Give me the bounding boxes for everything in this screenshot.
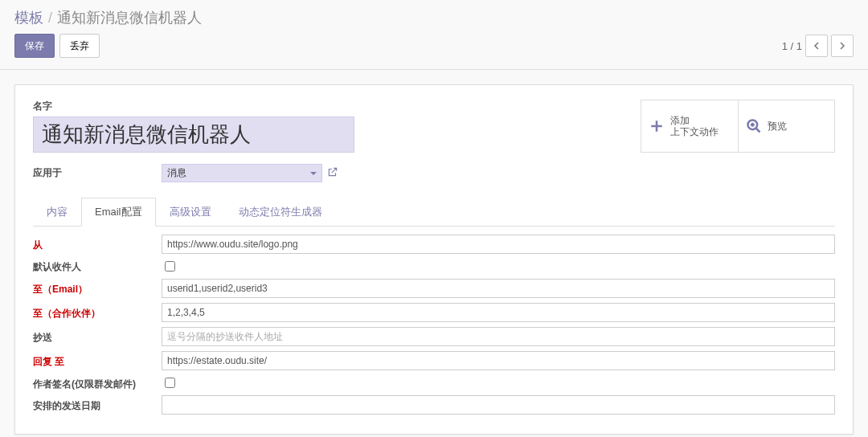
external-link-icon: [327, 166, 338, 178]
breadcrumb-root[interactable]: 模板: [14, 8, 43, 27]
chevron-left-icon: [813, 42, 821, 50]
tabs: 内容 Email配置 高级设置 动态定位符生成器: [33, 197, 835, 227]
breadcrumb-current: 通知新消息微信机器人: [57, 8, 202, 27]
signature-checkbox[interactable]: [165, 378, 175, 388]
pager-text: 1 / 1: [782, 40, 802, 52]
pager: 1 / 1: [782, 35, 854, 57]
to-email-label: 至（Email）: [33, 281, 162, 296]
schedule-input[interactable]: [162, 395, 835, 415]
chevron-right-icon: [838, 42, 846, 50]
apply-to-label: 应用于: [33, 166, 162, 180]
to-partner-input[interactable]: [162, 303, 835, 322]
add-context-action-button[interactable]: 添加 上下文动作: [641, 100, 738, 152]
toolbar: 保存 丢弃 1 / 1: [0, 27, 868, 70]
default-to-checkbox[interactable]: [165, 261, 175, 272]
tab-advanced[interactable]: 高级设置: [156, 198, 225, 227]
preview-button[interactable]: 预览: [738, 100, 834, 152]
add-context-line1: 添加: [670, 115, 719, 126]
cc-input[interactable]: [162, 327, 835, 346]
tab-content[interactable]: 内容: [33, 198, 81, 227]
reply-to-input[interactable]: [162, 351, 835, 370]
from-label: 从: [33, 237, 162, 252]
breadcrumb-sep: /: [48, 10, 52, 27]
apply-to-select[interactable]: 消息: [162, 164, 322, 182]
magnify-plus-icon: [745, 117, 763, 135]
cc-label: 抄送: [33, 329, 162, 345]
discard-button[interactable]: 丢弃: [59, 34, 100, 58]
signature-label: 作者签名(仅限群发邮件): [33, 376, 162, 390]
pager-next-button[interactable]: [831, 35, 854, 57]
form-sheet: 名字 添加 上下文动作: [14, 84, 854, 435]
breadcrumb: 模板 / 通知新消息微信机器人: [0, 0, 868, 27]
from-input[interactable]: [162, 235, 835, 254]
tab-placeholder-generator[interactable]: 动态定位符生成器: [225, 198, 336, 227]
email-config-fields: 从 默认收件人 至（Email） 至（合作伙伴） 抄送 回复 至 作者签名(仅限…: [33, 235, 835, 415]
preview-label: 预览: [768, 120, 787, 132]
schedule-label: 安排的发送日期: [33, 398, 162, 413]
to-email-input[interactable]: [162, 279, 835, 298]
default-to-label: 默认收件人: [33, 259, 162, 274]
add-context-line2: 上下文动作: [670, 126, 719, 137]
tab-email-config[interactable]: Email配置: [81, 198, 156, 227]
apply-to-external-link[interactable]: [327, 166, 338, 180]
name-label: 名字: [33, 100, 354, 113]
name-input[interactable]: [33, 116, 354, 153]
pager-prev-button[interactable]: [805, 35, 828, 57]
save-button[interactable]: 保存: [14, 34, 55, 58]
plus-icon: [648, 117, 665, 135]
reply-to-label: 回复 至: [33, 353, 162, 369]
status-buttons: 添加 上下文动作 预览: [641, 100, 835, 153]
to-partner-label: 至（合作伙伴）: [33, 305, 162, 321]
